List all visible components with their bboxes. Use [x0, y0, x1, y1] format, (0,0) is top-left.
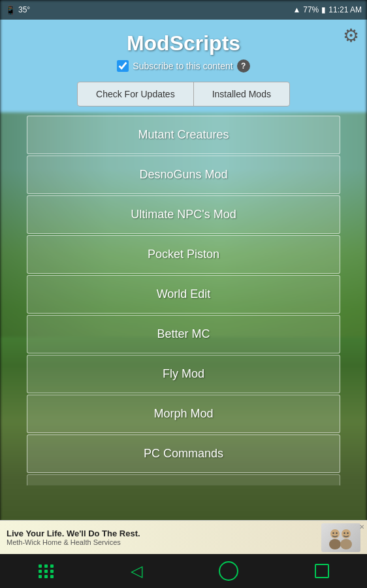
status-left: 📱 35° [5, 5, 30, 15]
status-right: ▲ 77% ▮ 11:21 AM [293, 5, 362, 14]
home-icon [219, 561, 238, 581]
grid-dots-icon [39, 564, 54, 578]
ad-subtitle: Meth-Wick Home & Health Services [7, 538, 321, 546]
mod-item-ultimate-npcs[interactable]: Ultimate NPC's Mod [27, 195, 340, 234]
svg-point-5 [336, 532, 337, 533]
subscribe-label: Subscribe to this content [133, 61, 232, 71]
subscribe-checkbox[interactable] [117, 60, 129, 72]
ad-image [321, 523, 360, 552]
ad-close-button[interactable]: ✕ [359, 523, 364, 531]
mod-item-world-edit[interactable]: World Edit [27, 275, 340, 314]
mod-list: Mutant Creatures DesnoGuns Mod Ultimate … [27, 116, 340, 485]
status-bar: 📱 35° ▲ 77% ▮ 11:21 AM [0, 0, 367, 20]
tab-check-updates[interactable]: Check For Updates [78, 82, 194, 106]
battery-icon: ▮ [321, 5, 326, 14]
help-icon[interactable]: ? [237, 59, 250, 73]
mod-item-fly-mod[interactable]: Fly Mod [27, 355, 340, 393]
mod-item-mutant-creatures[interactable]: Mutant Creatures [27, 116, 340, 154]
svg-point-6 [343, 532, 345, 533]
recent-icon [315, 564, 329, 578]
wifi-icon: ▲ [293, 5, 300, 14]
main-content: ModScripts Subscribe to this content ? C… [0, 20, 367, 485]
mod-item-pc-commands[interactable]: PC Commands [27, 434, 340, 473]
ad-headline: Live Your Life. We'll Do The Rest. [7, 529, 321, 538]
battery-display: 77% [303, 5, 319, 14]
app-icon-small: 📱 [5, 5, 16, 15]
svg-point-4 [332, 532, 334, 533]
back-button[interactable]: ◁ [131, 562, 142, 580]
tabs-container: Check For Updates Installed Mods [77, 82, 290, 106]
svg-point-7 [347, 532, 348, 533]
svg-point-2 [329, 539, 341, 549]
svg-point-3 [340, 539, 352, 549]
back-icon: ◁ [131, 562, 142, 580]
recent-apps-button[interactable] [315, 564, 329, 578]
mod-item-morph-mod[interactable]: Morph Mod [27, 395, 340, 433]
tab-installed-mods[interactable]: Installed Mods [194, 82, 289, 106]
app-title: ModScripts [127, 31, 240, 56]
apps-button[interactable] [39, 564, 54, 578]
mod-item-desnoguns[interactable]: DesnoGuns Mod [27, 155, 340, 194]
settings-button[interactable]: ⚙ [343, 25, 359, 46]
ad-banner: Live Your Life. We'll Do The Rest. Meth-… [0, 520, 367, 554]
subscribe-row: Subscribe to this content ? [117, 59, 249, 73]
mod-item-security-2[interactable]: Security 2 [27, 474, 340, 485]
nav-bar: ◁ [0, 554, 367, 588]
temperature-display: 35° [18, 5, 30, 14]
mod-item-better-mc[interactable]: Better MC [27, 315, 340, 353]
time-display: 11:21 AM [328, 5, 362, 14]
home-button[interactable] [219, 561, 238, 581]
mod-list-scroll: Mutant Creatures DesnoGuns Mod Ultimate … [27, 106, 340, 485]
gear-icon: ⚙ [343, 25, 359, 46]
ad-text: Live Your Life. We'll Do The Rest. Meth-… [7, 529, 321, 546]
mod-item-pocket-piston[interactable]: Pocket Piston [27, 235, 340, 274]
